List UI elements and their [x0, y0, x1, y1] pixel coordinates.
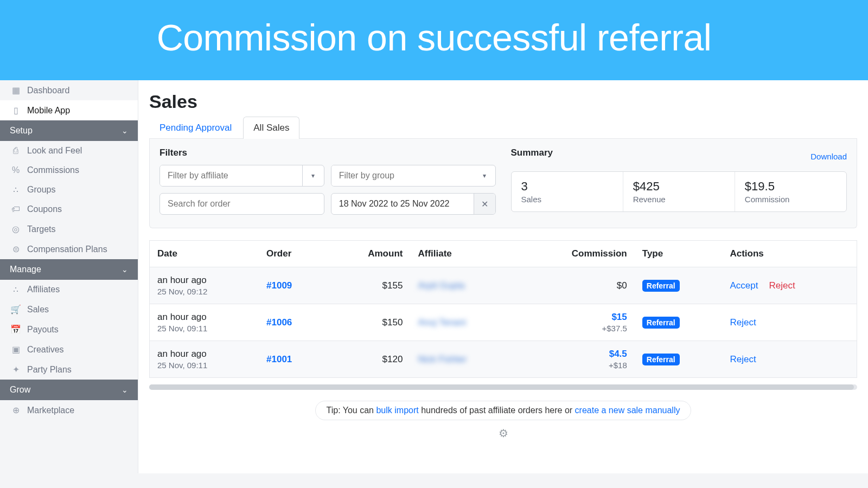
sidebar-label: Party Plans — [27, 365, 72, 375]
type-badge: Referral — [642, 280, 680, 292]
sidebar-item-groups[interactable]: ⛬Groups — [0, 180, 138, 200]
summary-value: $425 — [633, 179, 725, 194]
sidebar-section-manage[interactable]: Manage⌄ — [0, 259, 138, 280]
th-amount: Amount — [327, 241, 411, 267]
sidebar-item-targets[interactable]: ◎Targets — [0, 219, 138, 239]
sidebar-item-commissions[interactable]: %Commissions — [0, 160, 138, 180]
order-link[interactable]: #1001 — [266, 354, 292, 364]
sidebar-item-party-plans[interactable]: ✦Party Plans — [0, 359, 138, 380]
money-icon: ⊜ — [11, 244, 21, 254]
sidebar-label: Look and Feel — [27, 146, 82, 156]
payout-icon: 📅 — [11, 324, 21, 335]
affiliate-name[interactable]: Arpit Gupta — [418, 280, 464, 291]
table-row: an hour ago25 Nov, 09:11 #1006 $150 Anuj… — [150, 304, 857, 341]
affiliate-name[interactable]: Anuj Tenani — [418, 317, 466, 328]
sidebar-item-marketplace[interactable]: ⊕Marketplace — [0, 400, 138, 420]
date-range[interactable]: ✕ — [331, 193, 496, 215]
amount-cell: $120 — [327, 341, 411, 378]
time-stamp: 25 Nov, 09:12 — [157, 287, 251, 296]
order-link[interactable]: #1009 — [266, 280, 292, 291]
gear-icon[interactable]: ⚙ — [499, 427, 508, 439]
th-actions: Actions — [722, 241, 857, 267]
close-icon: ✕ — [481, 199, 488, 209]
chevron-down-icon: ⌄ — [122, 265, 128, 274]
filters-summary-panel: Filters ▾ ▾ ✕ — [149, 139, 857, 228]
reject-action[interactable]: Reject — [769, 280, 795, 291]
sidebar-label: Marketplace — [27, 406, 74, 415]
commission-value[interactable]: $4.5 — [525, 349, 627, 359]
tip-bubble: Tip: You can bulk import hundreds of pas… — [315, 401, 692, 420]
tabs: Pending Approval All Sales — [149, 117, 857, 139]
sidebar-label: Targets — [27, 224, 55, 234]
sidebar-item-mobile-app[interactable]: ▯Mobile App — [0, 100, 138, 120]
sidebar-section-label: Manage — [10, 265, 41, 274]
summary-label: Revenue — [633, 195, 725, 204]
horizontal-scrollbar[interactable] — [149, 384, 857, 390]
reject-action[interactable]: Reject — [730, 354, 756, 364]
summary-card-sales: 3 Sales — [512, 172, 623, 211]
commission-sub: +$18 — [525, 361, 627, 370]
th-order: Order — [259, 241, 327, 267]
sidebar-label: Coupons — [27, 204, 62, 214]
sidebar-label: Sales — [27, 305, 49, 314]
sidebar-item-payouts[interactable]: 📅Payouts — [0, 319, 138, 339]
party-icon: ✦ — [11, 364, 21, 375]
summary-value: 3 — [521, 179, 613, 194]
sidebar-item-coupons[interactable]: 🏷Coupons — [0, 200, 138, 219]
sidebar-item-look-and-feel[interactable]: ⎙Look and Feel — [0, 141, 138, 160]
globe-icon: ⊕ — [11, 405, 21, 415]
download-link[interactable]: Download — [810, 152, 847, 161]
sidebar-item-affiliates[interactable]: ⛬Affiliates — [0, 280, 138, 299]
summary-value: $19.5 — [745, 179, 837, 194]
th-affiliate: Affiliate — [410, 241, 516, 267]
dashboard-icon: ▦ — [11, 85, 21, 95]
summary-cards: 3 Sales $425 Revenue $19.5 Commission — [511, 171, 847, 212]
sidebar-section-setup[interactable]: Setup⌄ — [0, 120, 138, 141]
filter-group-input[interactable] — [331, 165, 474, 186]
date-range-input[interactable] — [331, 194, 474, 214]
commission-value[interactable]: $15 — [525, 312, 627, 323]
search-order-input[interactable] — [159, 193, 324, 215]
type-badge: Referral — [642, 317, 680, 329]
accept-action[interactable]: Accept — [730, 280, 758, 291]
sidebar-label: Creatives — [27, 345, 64, 355]
sidebar-label: Payouts — [27, 325, 59, 335]
sidebar-section-grow[interactable]: Grow⌄ — [0, 380, 138, 400]
chevron-down-icon: ⌄ — [122, 126, 128, 135]
summary-label: Sales — [521, 195, 613, 204]
sidebar-label: Dashboard — [27, 86, 69, 95]
tab-pending-approval[interactable]: Pending Approval — [149, 117, 242, 139]
sidebar-label: Groups — [27, 185, 55, 195]
sidebar-label: Mobile App — [27, 106, 70, 115]
time-stamp: 25 Nov, 09:11 — [157, 361, 251, 370]
filter-affiliate-input[interactable] — [160, 165, 302, 186]
sidebar-item-sales[interactable]: 🛒Sales — [0, 299, 138, 319]
chevron-down-icon[interactable]: ▾ — [474, 165, 495, 186]
summary-title: Summary — [511, 147, 553, 158]
cart-icon: 🛒 — [11, 304, 21, 314]
time-ago: an hour ago — [157, 312, 251, 323]
target-icon: ◎ — [11, 224, 21, 234]
time-stamp: 25 Nov, 09:11 — [157, 324, 251, 333]
clear-date-button[interactable]: ✕ — [474, 194, 495, 214]
reject-action[interactable]: Reject — [730, 317, 756, 328]
sidebar-item-creatives[interactable]: ▣Creatives — [0, 339, 138, 359]
chevron-down-icon[interactable]: ▾ — [302, 165, 324, 186]
filter-group[interactable]: ▾ — [331, 165, 496, 187]
create-sale-link[interactable]: create a new sale manually — [575, 406, 680, 415]
tip-text: hundreds of past affiliate orders here o… — [419, 406, 575, 415]
sidebar-section-label: Grow — [10, 385, 30, 395]
affiliate-name[interactable]: Nick Fishter — [418, 354, 467, 364]
table-row: an hour ago25 Nov, 09:11 #1001 $120 Nick… — [150, 341, 857, 378]
sidebar: ▦Dashboard ▯Mobile App Setup⌄ ⎙Look and … — [0, 80, 138, 473]
bulk-import-link[interactable]: bulk import — [376, 406, 418, 415]
sidebar-label: Compensation Plans — [27, 245, 107, 254]
order-link[interactable]: #1006 — [266, 317, 292, 328]
th-type: Type — [635, 241, 723, 267]
filter-affiliate[interactable]: ▾ — [159, 165, 324, 187]
tab-all-sales[interactable]: All Sales — [243, 117, 299, 139]
sidebar-item-compensation-plans[interactable]: ⊜Compensation Plans — [0, 239, 138, 259]
sidebar-item-dashboard[interactable]: ▦Dashboard — [0, 80, 138, 100]
th-commission: Commission — [517, 241, 635, 267]
main-content: Sales Pending Approval All Sales Filters… — [138, 80, 868, 473]
